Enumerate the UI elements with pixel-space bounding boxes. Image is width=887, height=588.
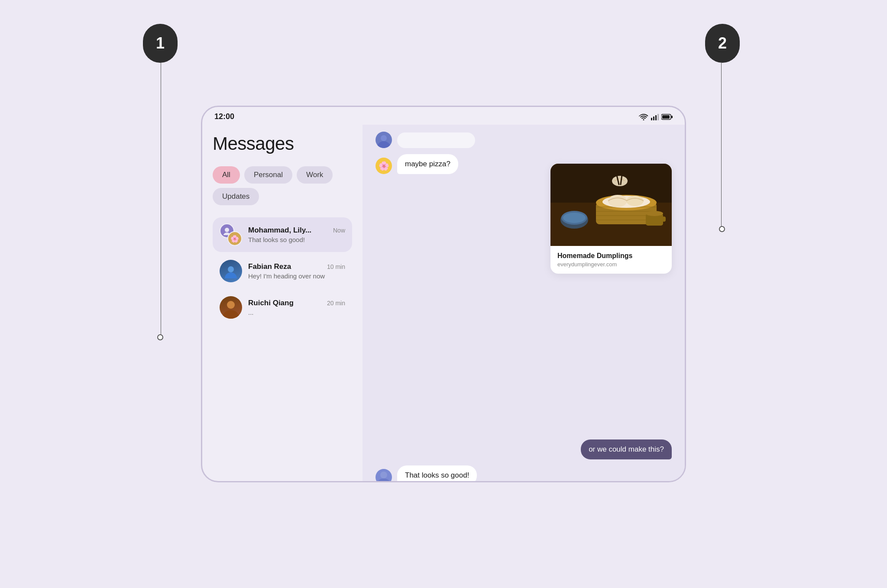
- filter-tab-personal[interactable]: Personal: [244, 166, 292, 184]
- conv-preview-fabian: Hey! I'm heading over now: [248, 272, 345, 280]
- svg-point-27: [612, 176, 628, 186]
- svg-point-37: [380, 472, 387, 478]
- svg-rect-35: [662, 216, 666, 222]
- wifi-icon: [639, 113, 648, 120]
- svg-point-11: [222, 310, 240, 319]
- conv-name-ruichi: Ruichi Qiang: [248, 299, 294, 307]
- svg-point-10: [228, 266, 234, 272]
- conv-header-ruichi: Ruichi Qiang 20 min: [248, 299, 345, 307]
- avatar-group-mohammad: 🌸: [220, 223, 242, 246]
- svg-point-7: [225, 228, 229, 232]
- filter-tab-updates[interactable]: Updates: [213, 188, 259, 205]
- annotation-circle-2: 2: [705, 24, 740, 63]
- outgoing-message-row: or we could make this?: [581, 439, 672, 459]
- dumpling-image-svg: [550, 164, 672, 246]
- message-maybe-pizza: maybe pizza?: [397, 154, 458, 174]
- conversation-item-fabian[interactable]: Fabian Reza 10 min Hey! I'm heading over…: [213, 254, 352, 288]
- annotation-dot-2: [719, 226, 725, 232]
- messages-title: Messages: [213, 133, 352, 154]
- conversation-item-mohammad[interactable]: 🌸 Mohammad, Lily... Now That looks so go…: [213, 217, 352, 252]
- filter-tab-all[interactable]: All: [213, 166, 240, 184]
- annotation-line-1: [161, 63, 161, 336]
- svg-point-25: [608, 195, 627, 207]
- conv-time-ruichi: 20 min: [327, 300, 345, 307]
- conversation-list: 🌸 Mohammad, Lily... Now That looks so go…: [213, 217, 352, 325]
- chat-avatar-top: [376, 132, 392, 148]
- status-icons: [639, 113, 673, 120]
- conv-info-fabian: Fabian Reza 10 min Hey! I'm heading over…: [248, 262, 345, 280]
- main-content: Messages All Personal Work Updates: [202, 125, 685, 481]
- link-card-image: [550, 164, 672, 246]
- ghost-message-bubble: [397, 132, 475, 148]
- chat-avatar-flowers: 🌸: [376, 158, 392, 174]
- conv-preview-ruichi: ...: [248, 309, 345, 316]
- bottom-incoming-bubble: That looks so good!: [397, 465, 477, 481]
- right-panel: 🌸 maybe pizza?: [363, 125, 685, 481]
- device-frame: 12:00 Messages: [201, 106, 686, 482]
- svg-rect-2: [655, 115, 657, 120]
- filter-tabs: All Personal Work Updates: [213, 166, 352, 205]
- avatar-lily: 🌸: [227, 231, 242, 246]
- avatar-fabian: [220, 260, 242, 282]
- svg-point-32: [563, 213, 586, 223]
- annotation-circle-1: 1: [143, 24, 178, 63]
- svg-point-26: [626, 196, 644, 206]
- conv-header-fabian: Fabian Reza 10 min: [248, 262, 345, 271]
- signal-icon: [651, 113, 659, 120]
- conv-info-ruichi: Ruichi Qiang 20 min ...: [248, 299, 345, 316]
- svg-rect-1: [653, 116, 654, 120]
- link-card[interactable]: Homemade Dumplings everydumplingever.com: [550, 164, 672, 274]
- conv-info-mohammad: Mohammad, Lily... Now That looks so good…: [248, 226, 345, 243]
- svg-point-12: [227, 301, 235, 309]
- conv-time-mohammad: Now: [333, 227, 345, 234]
- bottom-incoming-avatar: [376, 469, 392, 481]
- svg-point-34: [646, 211, 663, 216]
- annotation-dot-1: [157, 334, 163, 340]
- outgoing-message-bubble: or we could make this?: [581, 439, 672, 459]
- filter-tab-work[interactable]: Work: [297, 166, 333, 184]
- battery-icon: [661, 114, 673, 120]
- svg-rect-6: [662, 115, 670, 119]
- link-card-url: everydumplingever.com: [557, 261, 665, 268]
- link-card-body: Homemade Dumplings everydumplingever.com: [550, 246, 672, 274]
- svg-point-13: [377, 141, 391, 148]
- conversation-item-ruichi[interactable]: Ruichi Qiang 20 min ...: [213, 290, 352, 325]
- svg-rect-5: [671, 116, 673, 118]
- svg-point-9: [225, 272, 237, 278]
- annotation-line-2: [721, 63, 722, 227]
- left-panel: Messages All Personal Work Updates: [202, 125, 363, 481]
- svg-point-14: [381, 135, 387, 141]
- bottom-incoming-row: That looks so good!: [376, 465, 477, 481]
- conv-name-fabian: Fabian Reza: [248, 262, 291, 271]
- conv-header-mohammad: Mohammad, Lily... Now: [248, 226, 345, 235]
- avatar-ruichi: [220, 296, 242, 319]
- svg-point-36: [376, 478, 392, 481]
- svg-rect-0: [651, 118, 652, 120]
- status-bar: 12:00: [202, 107, 685, 125]
- conv-time-fabian: 10 min: [327, 263, 345, 270]
- link-card-title: Homemade Dumplings: [557, 252, 665, 260]
- status-time: 12:00: [214, 112, 234, 121]
- svg-rect-3: [657, 114, 659, 120]
- conv-name-mohammad: Mohammad, Lily...: [248, 226, 311, 235]
- conv-preview-mohammad: That looks so good!: [248, 236, 345, 243]
